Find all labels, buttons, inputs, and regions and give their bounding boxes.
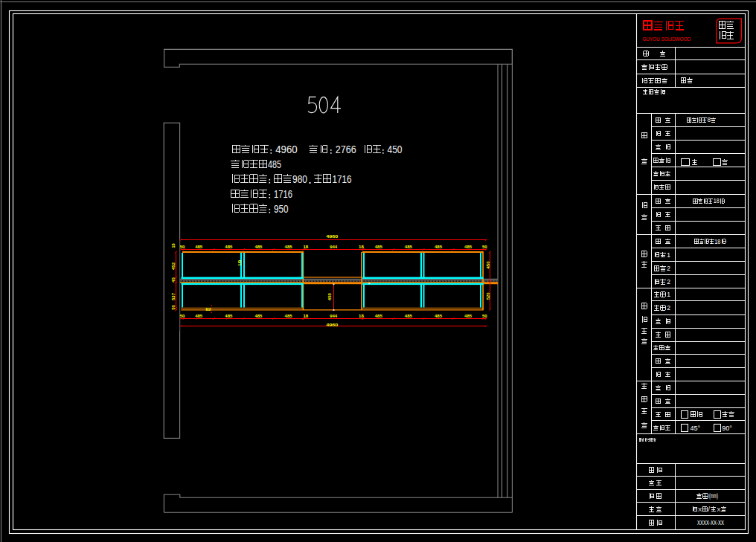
- svg-text:485: 485: [435, 314, 443, 318]
- svg-text:18: 18: [171, 243, 176, 248]
- svg-text:485: 485: [464, 245, 472, 249]
- svg-text:980: 980: [292, 172, 307, 185]
- svg-text:520: 520: [486, 292, 490, 300]
- svg-text:4960: 4960: [326, 234, 339, 239]
- svg-text:4960: 4960: [275, 143, 298, 155]
- svg-text:485: 485: [195, 245, 203, 249]
- svg-text:90°: 90°: [722, 425, 732, 432]
- svg-text:950: 950: [274, 202, 289, 215]
- svg-text:45: 45: [171, 277, 176, 283]
- svg-text:450: 450: [388, 143, 403, 155]
- svg-text:18: 18: [359, 245, 364, 249]
- svg-text:485: 485: [225, 245, 233, 249]
- svg-text:537: 537: [171, 292, 176, 300]
- svg-text:4960: 4960: [326, 323, 339, 327]
- svg-text:X: X: [717, 506, 721, 513]
- svg-text:485: 485: [254, 245, 263, 249]
- svg-text:50: 50: [482, 245, 487, 249]
- svg-text:485: 485: [268, 158, 281, 170]
- svg-text:50: 50: [171, 305, 176, 310]
- svg-text:1716: 1716: [274, 187, 292, 200]
- svg-text:452: 452: [171, 262, 176, 270]
- svg-text:8: 8: [708, 117, 711, 123]
- svg-text:18: 18: [714, 239, 720, 245]
- svg-text:485: 485: [285, 245, 293, 249]
- svg-text:485: 485: [254, 314, 263, 318]
- svg-text:XXXX-XX-XX: XXXX-XX-XX: [697, 519, 724, 526]
- svg-text:50: 50: [180, 245, 185, 249]
- svg-text:2: 2: [667, 265, 670, 272]
- svg-text:485: 485: [435, 245, 443, 249]
- svg-text:1: 1: [667, 251, 670, 259]
- svg-text:18: 18: [714, 198, 720, 204]
- svg-text:944: 944: [330, 314, 338, 318]
- svg-text:450: 450: [327, 293, 332, 301]
- svg-text:485: 485: [375, 314, 383, 318]
- svg-text:485: 485: [195, 314, 203, 318]
- svg-text:485: 485: [405, 314, 413, 318]
- svg-text:1: 1: [667, 291, 670, 298]
- svg-text:X: X: [698, 506, 702, 513]
- svg-text:1716: 1716: [333, 172, 352, 185]
- svg-text:944: 944: [330, 245, 338, 249]
- svg-text:2766: 2766: [336, 143, 356, 155]
- svg-text:485: 485: [375, 245, 383, 249]
- svg-text:50: 50: [180, 314, 185, 318]
- svg-text:(mm): (mm): [709, 492, 718, 500]
- svg-text:2: 2: [667, 304, 670, 312]
- svg-text:18: 18: [304, 314, 309, 318]
- svg-text:GUYOU SOLIDWOOD: GUYOU SOLIDWOOD: [642, 36, 691, 42]
- svg-text:45°: 45°: [691, 425, 701, 432]
- svg-text:485: 485: [464, 314, 472, 318]
- svg-text:485: 485: [405, 245, 413, 249]
- svg-text:18: 18: [359, 314, 364, 318]
- svg-text:485: 485: [285, 314, 293, 318]
- svg-text:18: 18: [304, 245, 309, 249]
- svg-text:U9: U9: [237, 260, 242, 265]
- svg-text:450: 450: [486, 261, 490, 269]
- svg-text:50: 50: [482, 314, 487, 318]
- svg-text:B2: B2: [206, 307, 211, 312]
- svg-text:485: 485: [225, 314, 233, 318]
- svg-text:2: 2: [667, 278, 670, 285]
